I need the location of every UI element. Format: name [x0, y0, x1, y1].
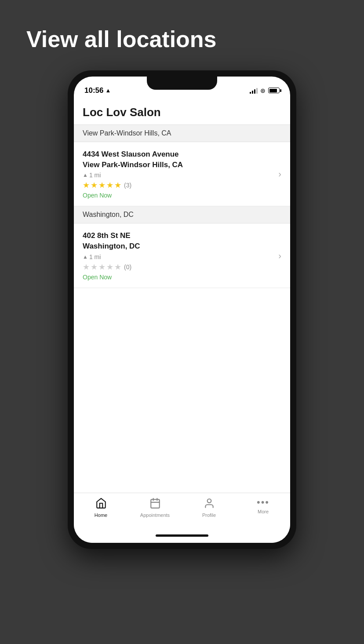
location-2-distance: ▲ 1 mi: [83, 253, 273, 260]
location-2-review-count: (0): [124, 263, 131, 271]
location-1-address-line1: 4434 West Slauson Avenue: [83, 149, 273, 160]
location-item-2[interactable]: 402 8th St NE Washington, DC ▲ 1 mi ★ ★ …: [74, 223, 290, 288]
home-icon: [95, 498, 107, 511]
location-1-stars: ★ ★ ★ ★ ★ (3): [83, 180, 273, 190]
star-2-1: ★: [83, 262, 90, 272]
home-indicator: [74, 532, 290, 543]
star-2-2: ★: [91, 262, 98, 272]
star-2-5: ★: [114, 262, 121, 272]
location-2-status: Open Now: [83, 274, 273, 281]
more-icon: •••: [257, 498, 269, 507]
tab-profile-label: Profile: [202, 512, 216, 518]
star-1-1: ★: [83, 180, 90, 190]
star-2-4: ★: [106, 262, 113, 272]
location-item-1[interactable]: 4434 West Slauson Avenue View Park-Winds…: [74, 142, 290, 207]
distance-icon-2: ▲: [83, 254, 88, 260]
chevron-right-icon-1: ›: [278, 169, 281, 179]
star-1-5: ★: [114, 180, 121, 190]
distance-icon-1: ▲: [83, 172, 88, 178]
location-item-1-content: 4434 West Slauson Avenue View Park-Winds…: [83, 149, 273, 199]
tab-more-label: More: [258, 509, 269, 514]
location-item-2-content: 402 8th St NE Washington, DC ▲ 1 mi ★ ★ …: [83, 231, 273, 281]
empty-space: [74, 309, 290, 493]
page-title: View all locations: [0, 0, 364, 70]
phone-device: 10:56 ▲ ⊛: [68, 70, 296, 549]
status-time: 10:56 ▲: [84, 86, 111, 95]
svg-point-4: [207, 499, 211, 503]
calendar-icon: [149, 498, 161, 511]
phone-notch: [147, 77, 217, 90]
location-2-address-line1: 402 8th St NE: [83, 231, 273, 241]
wifi-icon: ⊛: [260, 87, 266, 94]
battery-icon: [268, 88, 280, 93]
tab-appointments[interactable]: Appointments: [128, 498, 182, 523]
location-1-address-line2: View Park-Windsor Hills, CA: [83, 160, 273, 170]
location-group-header-2: Washington, DC: [74, 206, 290, 223]
location-1-distance: ▲ 1 mi: [83, 172, 273, 179]
location-2-stars: ★ ★ ★ ★ ★ (0): [83, 262, 273, 272]
status-icons: ⊛: [250, 87, 280, 94]
signal-icon: [250, 88, 258, 94]
tab-appointments-label: Appointments: [140, 512, 170, 518]
page-background: View all locations 10:56 ▲ ⊛: [0, 0, 364, 644]
location-arrow-icon: ▲: [105, 87, 111, 94]
person-icon: [204, 498, 215, 511]
location-1-status: Open Now: [83, 192, 273, 199]
locations-list: View Park-Windsor Hills, CA 4434 West Sl…: [74, 125, 290, 309]
star-1-4: ★: [106, 180, 113, 190]
star-1-3: ★: [98, 180, 106, 190]
tab-more[interactable]: ••• More: [236, 498, 290, 523]
app-title: Loc Lov Salon: [83, 106, 281, 119]
svg-rect-0: [151, 499, 160, 508]
tab-home[interactable]: Home: [74, 498, 128, 523]
tab-home-label: Home: [95, 512, 107, 518]
app-content: Loc Lov Salon View Park-Windsor Hills, C…: [74, 99, 290, 543]
phone-screen: 10:56 ▲ ⊛: [74, 77, 290, 543]
home-indicator-bar: [156, 534, 208, 537]
chevron-right-icon-2: ›: [278, 251, 281, 261]
tab-bar: Home Appointments: [74, 493, 290, 532]
location-group-header-1: View Park-Windsor Hills, CA: [74, 125, 290, 142]
star-2-3: ★: [98, 262, 106, 272]
tab-profile[interactable]: Profile: [182, 498, 236, 523]
star-1-2: ★: [91, 180, 98, 190]
app-header: Loc Lov Salon: [74, 99, 290, 125]
location-2-address-line2: Washington, DC: [83, 241, 273, 252]
location-1-review-count: (3): [124, 182, 131, 189]
